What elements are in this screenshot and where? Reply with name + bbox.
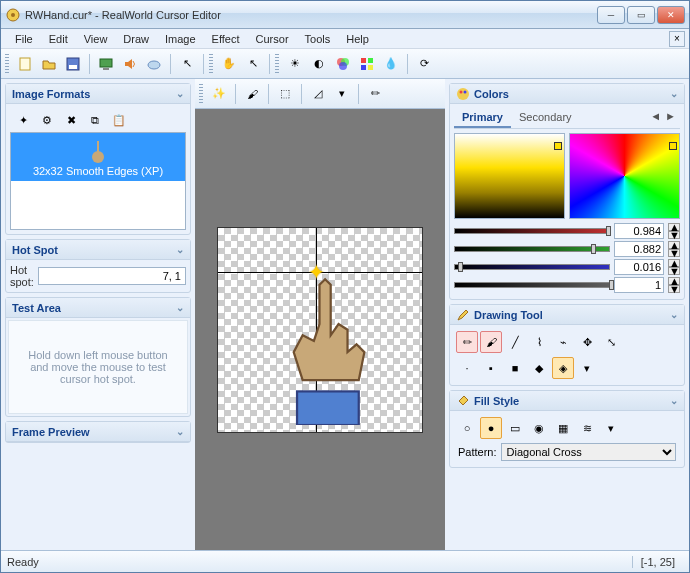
save-icon[interactable]	[62, 53, 84, 75]
fill-solid-icon[interactable]: ●	[480, 417, 502, 439]
menu-draw[interactable]: Draw	[115, 31, 157, 47]
size-2-icon[interactable]: ▪	[480, 357, 502, 379]
tab-primary[interactable]: Primary	[454, 108, 511, 128]
saturation-picker[interactable]	[454, 133, 565, 219]
select-icon[interactable]: ⬚	[274, 83, 296, 105]
open-icon[interactable]	[38, 53, 60, 75]
sound-icon[interactable]	[119, 53, 141, 75]
brush-icon[interactable]: 🖌	[241, 83, 263, 105]
pencil-icon[interactable]: ✏	[364, 83, 386, 105]
spinner[interactable]: ▲▼	[668, 277, 680, 293]
format-item-selected[interactable]: 32x32 Smooth Edges (XP)	[11, 133, 185, 181]
tool-pencil-icon[interactable]: ✏	[456, 331, 478, 353]
cursor-icon[interactable]: ↖	[176, 53, 198, 75]
svg-rect-4	[69, 65, 77, 69]
spinner[interactable]: ▲▼	[668, 259, 680, 275]
brightness-icon[interactable]: ☀	[284, 53, 306, 75]
minimize-button[interactable]: ─	[597, 6, 625, 24]
fill-pattern-icon[interactable]: ▦	[552, 417, 574, 439]
tab-secondary[interactable]: Secondary	[511, 108, 580, 128]
menu-cursor[interactable]: Cursor	[248, 31, 297, 47]
fmt-paste-icon[interactable]: 📋	[108, 109, 130, 131]
hotspot-input[interactable]	[38, 267, 186, 285]
pattern-select[interactable]: Diagonal Cross	[501, 443, 676, 461]
fill-waves-icon[interactable]: ≋	[576, 417, 598, 439]
image-formats-header[interactable]: Image Formats ⌄	[6, 84, 190, 104]
slider-value-input[interactable]	[614, 241, 664, 257]
contrast-icon[interactable]: ◐	[308, 53, 330, 75]
test-area-header[interactable]: Test Area ⌄	[6, 298, 190, 318]
hue-picker[interactable]	[569, 133, 680, 219]
size-5-icon[interactable]: ◈	[552, 357, 574, 379]
menu-edit[interactable]: Edit	[41, 31, 76, 47]
toolbar-grip[interactable]	[199, 84, 203, 104]
menu-tools[interactable]: Tools	[297, 31, 339, 47]
tool-transform-icon[interactable]: ⤡	[600, 331, 622, 353]
hand-icon[interactable]: ✋	[218, 53, 240, 75]
toolbar-grip-2[interactable]	[209, 54, 213, 74]
fill-radial-icon[interactable]: ◉	[528, 417, 550, 439]
fill-style-panel: Fill Style ⌄ ○ ● ▭ ◉ ▦ ≋ ▾ Pattern: Diag…	[449, 390, 685, 468]
colors-header[interactable]: Colors ⌄	[450, 84, 684, 104]
cloud-icon[interactable]	[143, 53, 165, 75]
menu-effect[interactable]: Effect	[204, 31, 248, 47]
eraser-icon[interactable]: ◿	[307, 83, 329, 105]
fmt-copy-icon[interactable]: ⧉	[84, 109, 106, 131]
online-icon[interactable]	[95, 53, 117, 75]
tool-polyline-icon[interactable]: ⌁	[552, 331, 574, 353]
fill-more-icon[interactable]: ▾	[600, 417, 622, 439]
spinner[interactable]: ▲▼	[668, 241, 680, 257]
size-options-icon[interactable]: ▾	[576, 357, 598, 379]
hotspot-header[interactable]: Hot Spot ⌄	[6, 240, 190, 260]
refresh-icon[interactable]: ⟳	[413, 53, 435, 75]
menu-view[interactable]: View	[76, 31, 116, 47]
new-icon[interactable]	[14, 53, 36, 75]
close-button[interactable]: ✕	[657, 6, 685, 24]
size-1-icon[interactable]: ·	[456, 357, 478, 379]
prev-icon[interactable]: ◄	[650, 110, 661, 126]
channels-icon[interactable]	[332, 53, 354, 75]
picker-handle[interactable]	[554, 142, 562, 150]
maximize-button[interactable]: ▭	[627, 6, 655, 24]
picker-handle[interactable]	[669, 142, 677, 150]
format-list[interactable]: 32x32 Smooth Edges (XP)	[10, 132, 186, 230]
fmt-add-icon[interactable]: ✦	[12, 109, 34, 131]
wand-icon[interactable]: ✨	[208, 83, 230, 105]
slider-track[interactable]	[454, 246, 610, 252]
collapse-icon: ⌄	[670, 309, 678, 320]
fmt-delete-icon[interactable]: ✖	[60, 109, 82, 131]
slider-track[interactable]	[454, 264, 610, 270]
next-icon[interactable]: ►	[665, 110, 676, 126]
tool-line-icon[interactable]: ╱	[504, 331, 526, 353]
toolbar-grip[interactable]	[5, 54, 9, 74]
droplet-icon[interactable]: 💧	[380, 53, 402, 75]
pointer-icon[interactable]: ↖	[242, 53, 264, 75]
slider-track[interactable]	[454, 228, 610, 234]
fill-none-icon[interactable]: ○	[456, 417, 478, 439]
menu-image[interactable]: Image	[157, 31, 204, 47]
toolbar-grip-3[interactable]	[275, 54, 279, 74]
slider-track[interactable]	[454, 282, 610, 288]
tool-move-icon[interactable]: ✥	[576, 331, 598, 353]
fill-linear-icon[interactable]: ▭	[504, 417, 526, 439]
palette-icon[interactable]	[356, 53, 378, 75]
menu-file[interactable]: File	[7, 31, 41, 47]
slider-value-input[interactable]	[614, 259, 664, 275]
slider-value-input[interactable]	[614, 277, 664, 293]
slider-value-input[interactable]	[614, 223, 664, 239]
tool-curve-icon[interactable]: ⌇	[528, 331, 550, 353]
size-4-icon[interactable]: ◆	[528, 357, 550, 379]
test-area-canvas[interactable]: Hold down left mouse button and move the…	[8, 320, 188, 414]
frame-preview-header[interactable]: Frame Preview ⌄	[6, 422, 190, 442]
dropdown-icon[interactable]: ▾	[331, 83, 353, 105]
frame-preview-panel: Frame Preview ⌄	[5, 421, 191, 443]
canvas[interactable]: ✦	[217, 227, 423, 433]
fill-style-header[interactable]: Fill Style ⌄	[450, 391, 684, 411]
tool-brush-icon[interactable]: 🖌	[480, 331, 502, 353]
menu-help[interactable]: Help	[338, 31, 377, 47]
size-3-icon[interactable]: ■	[504, 357, 526, 379]
spinner[interactable]: ▲▼	[668, 223, 680, 239]
fmt-gear-icon[interactable]: ⚙	[36, 109, 58, 131]
drawing-tool-header[interactable]: Drawing Tool ⌄	[450, 305, 684, 325]
doc-close-button[interactable]: ×	[669, 31, 685, 47]
